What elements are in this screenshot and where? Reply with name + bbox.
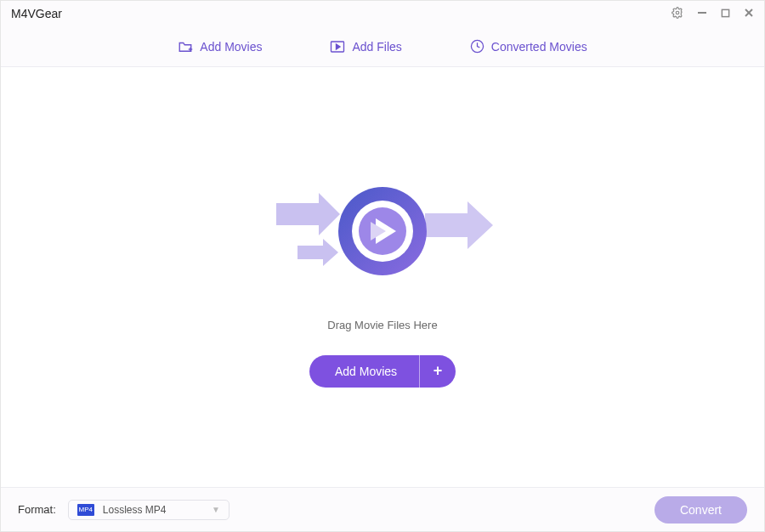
add-files-button[interactable]: Add Files bbox=[330, 40, 401, 54]
chevron-down-icon: ▼ bbox=[212, 505, 220, 514]
drag-hint-text: Drag Movie Files Here bbox=[327, 319, 437, 331]
folder-add-icon bbox=[178, 40, 193, 54]
settings-icon[interactable] bbox=[672, 7, 683, 20]
svg-marker-10 bbox=[276, 193, 340, 235]
history-icon bbox=[470, 39, 484, 54]
add-movies-cta[interactable]: Add Movies + bbox=[309, 355, 456, 388]
svg-marker-12 bbox=[425, 201, 493, 249]
video-file-icon bbox=[330, 40, 345, 54]
cta-row: Add Movies + bbox=[309, 355, 456, 388]
svg-marker-11 bbox=[298, 239, 338, 266]
add-files-label: Add Files bbox=[352, 40, 401, 54]
plus-icon[interactable]: + bbox=[420, 362, 456, 380]
convert-button[interactable]: Convert bbox=[654, 496, 747, 524]
app-window: M4VGear Add Movies bbox=[0, 0, 765, 532]
main-toolbar: Add Movies Add Files Converted Movies bbox=[1, 26, 764, 67]
window-controls bbox=[672, 7, 754, 20]
minimize-icon[interactable] bbox=[697, 8, 707, 20]
svg-marker-8 bbox=[337, 44, 341, 49]
drop-zone[interactable]: Drag Movie Files Here Add Movies + bbox=[1, 67, 764, 487]
add-movies-button[interactable]: Add Movies bbox=[178, 40, 262, 54]
converted-movies-button[interactable]: Converted Movies bbox=[470, 39, 587, 54]
converted-movies-label: Converted Movies bbox=[491, 40, 587, 54]
svg-point-0 bbox=[676, 11, 679, 14]
footer-bar: Format: MP4 Lossless MP4 ▼ Convert bbox=[1, 487, 764, 531]
cta-label: Add Movies bbox=[309, 365, 419, 378]
maximize-icon[interactable] bbox=[721, 8, 730, 20]
svg-rect-2 bbox=[722, 9, 728, 16]
format-label: Format: bbox=[18, 503, 56, 516]
add-movies-label: Add Movies bbox=[200, 40, 262, 54]
app-title: M4VGear bbox=[11, 7, 62, 20]
title-bar: M4VGear bbox=[1, 1, 764, 26]
mp4-badge-icon: MP4 bbox=[77, 504, 94, 516]
drop-illustration bbox=[238, 167, 527, 295]
close-icon[interactable] bbox=[744, 8, 754, 20]
format-selected-text: Lossless MP4 bbox=[103, 504, 203, 516]
convert-label: Convert bbox=[680, 503, 722, 517]
format-select[interactable]: MP4 Lossless MP4 ▼ bbox=[68, 500, 230, 520]
